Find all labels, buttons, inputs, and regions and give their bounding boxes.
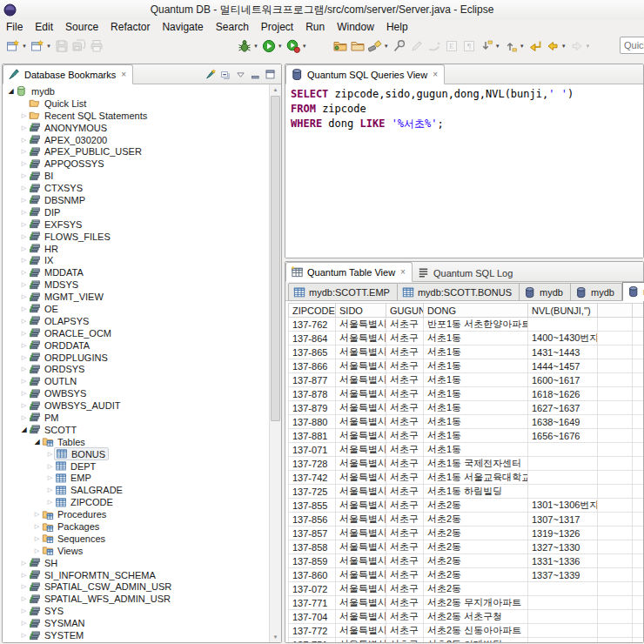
table-row[interactable]: 137-880서울특별시서초구서초1동1638~1649 [289,415,644,429]
table-row[interactable]: 137-858서울특별시서초구서초2동1327~1330 [289,540,644,554]
table-cell[interactable]: 반포1동 서초한양아파트 [424,318,528,332]
table-cell[interactable]: 서초2동 [424,513,528,527]
expander-closed-icon[interactable]: ▷ [19,366,29,372]
result-tab-mydb-scott-bonus-1[interactable]: mydb:SCOTT.BONUS [398,283,520,301]
expander-closed-icon[interactable]: ▷ [19,572,29,579]
table-cell[interactable]: 서초2동 신동아아파트 [424,624,528,638]
expander-open-icon[interactable]: ◢ [6,87,16,95]
next-annotation-button[interactable]: ▼ [478,36,502,57]
table-cell[interactable]: 서초구 [386,582,424,596]
table-cell[interactable] [598,401,633,415]
expander-closed-icon[interactable]: ▷ [19,112,29,119]
forward-button[interactable]: ▼ [568,36,593,57]
table-row[interactable]: 137-859서울특별시서초구서초2동1331~1336 [289,554,644,568]
table-cell[interactable]: 서초구 [386,429,424,443]
tree-item-oe[interactable]: ▷OE [3,303,270,315]
tree-item-ctxsys[interactable]: ▷CTXSYS [3,182,270,194]
table-cell[interactable] [633,318,644,332]
tree-item-sequences[interactable]: ▷Sequences [3,533,270,545]
table-cell[interactable]: 서울특별시 [336,513,386,527]
table-cell[interactable]: 1319~1326 [528,527,598,540]
tree-item-spatial-csw-admin-usr[interactable]: ▷SPATIAL_CSW_ADMIN_USR [3,581,270,594]
sql-editor[interactable]: SELECT zipcode,sido,gugun,dong,NVL(bunji… [291,87,643,131]
tree-item-mydb[interactable]: ◢mydb [3,85,270,97]
tree-item-packages[interactable]: ▷Packages [3,520,270,533]
collapse-all-button[interactable] [218,67,233,81]
menu-search[interactable]: Search [210,20,255,34]
close-view-icon[interactable]: × [121,70,126,79]
column-header-gugun[interactable]: GUGUN [386,304,424,318]
table-cell[interactable]: 137-071 [289,443,336,457]
table-cell[interactable]: 서초2동 [424,582,528,596]
table-cell[interactable]: 137-877 [289,373,336,387]
tab-quantum-sql-log[interactable]: Quantum SQL Log [413,264,519,282]
tree-item-salgrade[interactable]: ▷SALGRADE [3,484,270,496]
table-cell[interactable]: 서초구 [386,415,424,429]
tree-item-owbsys-audit[interactable]: ▷OWBSYS_AUDIT [3,399,270,412]
menu-project[interactable]: Project [255,20,299,34]
table-row[interactable]: 137-856서울특별시서초구서초2동1307~1317 [289,513,644,527]
expander-closed-icon[interactable]: ▷ [19,160,29,167]
tree-item-ordsys[interactable]: ▷ORDSYS [3,363,270,375]
table-cell[interactable] [633,359,644,373]
table-cell[interactable] [633,638,644,643]
search-dropdown-icon[interactable]: ▼ [384,44,389,49]
table-cell[interactable]: 서초구 [386,596,424,610]
table-cell[interactable] [633,568,644,582]
table-cell[interactable]: 137-072 [289,582,336,596]
table-cell[interactable] [633,471,644,485]
tree-item-zipcode[interactable]: ▷ZIPCODE [3,496,270,508]
table-cell[interactable]: 137-742 [289,471,336,485]
table-cell[interactable]: 서초2동 [424,554,528,568]
table-cell[interactable]: 서울특별시 [336,638,386,643]
tree-item-si-informtn-schema[interactable]: ▷SI_INFORMTN_SCHEMA [3,569,270,581]
expander-closed-icon[interactable]: ▷ [19,583,29,590]
table-row[interactable]: 137-772서울특별시서초구서초2동 신동아아파트 [289,624,644,638]
table-cell[interactable]: 서울특별시 [336,332,386,345]
tree-item-emp[interactable]: ▷EMP [3,473,270,485]
expander-closed-icon[interactable]: ▷ [45,474,55,481]
table-cell[interactable]: 서초2동 서초구청 [424,610,528,624]
table-cell[interactable]: 서초1동 [424,359,528,373]
table-cell[interactable]: 서초1동 [424,332,528,345]
table-cell[interactable] [528,638,598,643]
new-dropdown-icon[interactable]: ▼ [22,44,27,49]
tree-item-apex-030200[interactable]: ▷APEX_030200 [3,134,270,146]
menu-file[interactable]: File [0,20,29,34]
table-cell[interactable]: 1431~1443 [528,345,598,359]
table-cell[interactable] [598,457,633,471]
forward-dropdown-icon[interactable]: ▼ [586,44,591,49]
table-cell[interactable] [528,596,598,610]
expander-closed-icon[interactable]: ▷ [19,221,29,228]
table-cell[interactable] [633,527,644,540]
table-cell[interactable]: 서초1동 [424,443,528,457]
expander-closed-icon[interactable]: ▷ [19,269,29,276]
table-cell[interactable]: 137-865 [289,345,336,359]
table-cell[interactable]: 1337~1339 [528,568,598,582]
next-annotation-dropdown-icon[interactable]: ▼ [495,44,500,49]
table-cell[interactable]: 서울특별시 [336,318,386,332]
table-cell[interactable]: 137-864 [289,332,336,345]
table-cell[interactable]: 서초구 [386,624,424,638]
table-cell[interactable]: 서울특별시 [336,499,386,513]
table-cell[interactable]: 1627~1637 [528,401,598,415]
table-cell[interactable] [598,485,633,499]
table-cell[interactable]: 137-772 [289,624,336,638]
result-tab-mydb-4[interactable]: mydb [622,282,644,301]
tree-item-ix[interactable]: ▷IX [3,254,270,266]
table-cell[interactable]: 서초1동 [424,401,528,415]
table-cell[interactable]: 서초구 [386,568,424,582]
tree-item-spatial-wfs-admin-usr[interactable]: ▷SPATIAL_WFS_ADMIN_USR [3,593,270,605]
table-cell[interactable] [528,624,598,638]
expander-closed-icon[interactable]: ▷ [19,607,29,614]
table-cell[interactable]: 서초2동 [424,499,528,513]
last-edit-location-button[interactable] [527,36,544,57]
table-cell[interactable]: 137-771 [289,596,336,610]
table-cell[interactable] [633,554,644,568]
tree-item-mdsys[interactable]: ▷MDSYS [3,278,270,291]
show-whitespace-button[interactable]: ¶ [460,36,478,57]
table-cell[interactable] [598,429,633,443]
expander-closed-icon[interactable]: ▷ [19,414,29,421]
table-cell[interactable]: 서울특별시 [336,401,386,415]
table-row[interactable]: 137-865서울특별시서초구서초1동1431~1443 [289,345,644,359]
